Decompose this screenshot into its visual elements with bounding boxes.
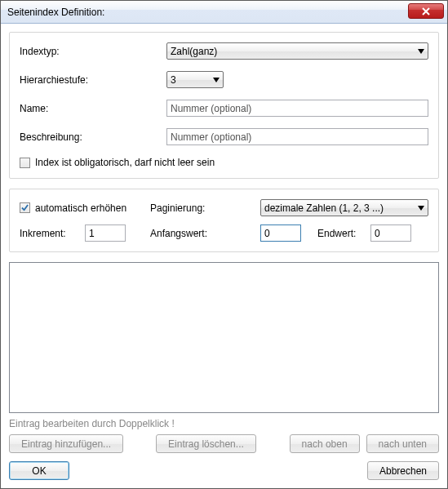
chevron-down-icon — [418, 49, 424, 54]
endwert-label: Endwert: — [309, 228, 362, 239]
close-icon — [422, 7, 430, 16]
list-hint: Eintrag bearbeiten durch Doppelklick ! — [9, 418, 439, 429]
beschreibung-label: Beschreibung: — [20, 131, 166, 143]
cancel-button[interactable]: Abbrechen — [367, 461, 439, 480]
window-title: Seitenindex Definition: — [1, 7, 104, 18]
footer-row: OK Abbrechen — [9, 461, 439, 480]
list-button-row: Eintrag hinzufügen... Eintrag löschen...… — [9, 434, 439, 453]
paginierung-label: Paginierung: — [150, 202, 260, 214]
anfangswert-input[interactable]: 0 — [260, 224, 301, 242]
delete-entry-button[interactable]: Eintrag löschen... — [156, 434, 256, 453]
group-definition: Indextyp: Zahl(ganz) Hierarchiestufe: 3 — [9, 32, 439, 179]
inkrement-input[interactable]: 1 — [85, 224, 126, 242]
client-area: Indextyp: Zahl(ganz) Hierarchiestufe: 3 — [1, 24, 447, 488]
paginierung-value: dezimale Zahlen (1, 2, 3 ...) — [264, 202, 384, 214]
endwert-input[interactable]: 0 — [370, 224, 411, 242]
move-down-button[interactable]: nach unten — [366, 434, 439, 453]
paginierung-select[interactable]: dezimale Zahlen (1, 2, 3 ...) — [260, 199, 428, 216]
add-entry-button[interactable]: Eintrag hinzufügen... — [9, 434, 123, 453]
close-button[interactable] — [408, 3, 444, 19]
hierarchie-select[interactable]: 3 — [166, 71, 224, 88]
endwert-value: 0 — [375, 228, 380, 239]
group-auto: automatisch erhöhen Paginierung: dezimal… — [9, 189, 439, 252]
dialog-window: Seitenindex Definition: Indextyp: Zahl(g… — [0, 0, 448, 489]
ok-button[interactable]: OK — [9, 461, 69, 480]
chevron-down-icon — [418, 206, 424, 211]
indextyp-label: Indextyp: — [20, 46, 166, 57]
move-up-button[interactable]: nach oben — [290, 434, 360, 453]
chevron-down-icon — [213, 78, 220, 82]
auto-checkbox[interactable] — [20, 202, 30, 213]
check-icon — [21, 204, 29, 211]
titlebar: Seitenindex Definition: — [1, 1, 447, 24]
indextyp-select[interactable]: Zahl(ganz) — [166, 42, 428, 60]
auto-label: automatisch erhöhen — [35, 202, 126, 214]
inkrement-label: Inkrement: — [20, 228, 77, 239]
name-input[interactable]: Nummer (optional) — [166, 100, 428, 117]
anfangswert-value: 0 — [264, 228, 270, 239]
name-placeholder: Nummer (optional) — [171, 103, 251, 114]
name-label: Name: — [20, 103, 166, 114]
obligatorisch-checkbox[interactable] — [20, 158, 30, 168]
beschreibung-placeholder: Nummer (optional) — [171, 131, 251, 143]
obligatorisch-label: Index ist obligatorisch, darf nicht leer… — [35, 157, 215, 168]
hierarchie-label: Hierarchiestufe: — [20, 74, 166, 86]
anfangswert-label: Anfangswert: — [150, 228, 260, 239]
entries-listbox[interactable] — [9, 262, 439, 413]
beschreibung-input[interactable]: Nummer (optional) — [166, 128, 428, 145]
inkrement-value: 1 — [89, 228, 95, 239]
indextyp-value: Zahl(ganz) — [171, 46, 217, 57]
hierarchie-value: 3 — [171, 74, 176, 86]
